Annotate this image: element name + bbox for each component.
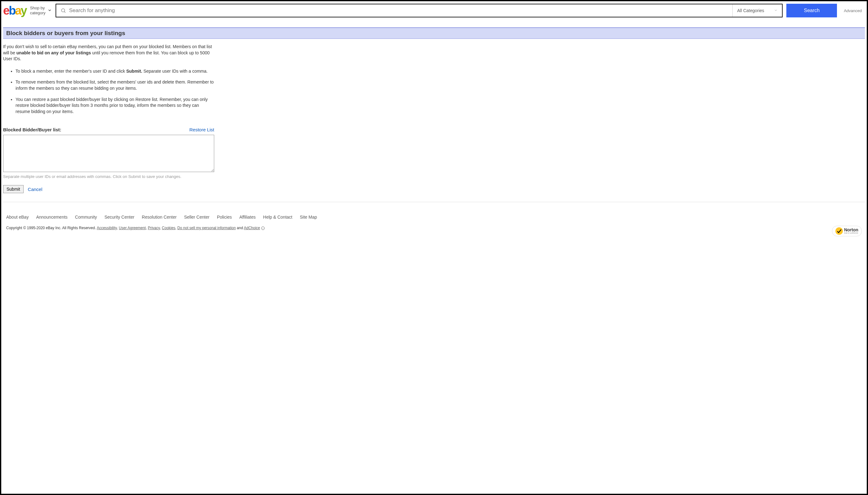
norton-brand: Norton <box>844 228 858 232</box>
copyright: Copyright © 1995-2020 eBay Inc. All Righ… <box>6 226 265 230</box>
submit-button[interactable]: Submit <box>3 185 23 193</box>
shop-by-line2: category <box>30 11 46 16</box>
footer-legal-link[interactable]: Cookies <box>162 226 175 230</box>
restore-list-link[interactable]: Restore List <box>189 127 214 132</box>
chevron-down-icon <box>774 8 778 13</box>
logo-letter-b: b <box>9 4 15 17</box>
blocked-list-hint: Separate multiple user IDs or email addr… <box>3 174 214 179</box>
svg-line-1 <box>64 12 65 13</box>
checkmark-icon <box>835 227 843 235</box>
advanced-search-link[interactable]: Advanced <box>841 8 865 13</box>
logo-letter-a: a <box>15 4 20 17</box>
instruction-item: To remove members from the blocked list,… <box>16 79 214 91</box>
footer-nav-link[interactable]: Security Center <box>104 215 134 220</box>
page-title: Block bidders or buyers from your listin… <box>6 30 862 37</box>
intro-bold: unable to bid on any of your listings <box>16 50 91 55</box>
instructions-list: To block a member, enter the member's us… <box>3 68 217 115</box>
info-icon <box>261 226 265 230</box>
intro-text: If you don't wish to sell to certain eBa… <box>3 44 217 62</box>
ebay-logo[interactable]: ebay <box>3 4 27 17</box>
bullet1-bold: Submit. <box>126 69 142 73</box>
chevron-down-icon <box>48 8 52 13</box>
blocked-list-textarea[interactable] <box>3 135 214 172</box>
footer-nav-link[interactable]: About eBay <box>6 215 29 220</box>
footer-nav-link[interactable]: Affiliates <box>239 215 256 220</box>
logo-letter-e: e <box>3 4 9 17</box>
footer-nav-link[interactable]: Community <box>75 215 97 220</box>
instruction-item: You can restore a past blocked bidder/bu… <box>16 97 214 115</box>
footer-nav-link[interactable]: Policies <box>217 215 232 220</box>
footer-legal-link[interactable]: User Agreement <box>119 226 146 230</box>
norton-secured-badge[interactable]: Norton SECURED <box>832 226 862 236</box>
norton-sub: SECURED <box>844 232 858 235</box>
footer-adchoice-link[interactable]: AdChoice <box>244 226 260 230</box>
footer-nav: About eBay Announcements Community Secur… <box>1 202 867 226</box>
cancel-link[interactable]: Cancel <box>28 187 42 192</box>
footer-legal-link[interactable]: Privacy <box>148 226 160 230</box>
footer-nav-link[interactable]: Seller Center <box>184 215 210 220</box>
category-select-label: All Categories <box>737 8 764 13</box>
footer-nav-link[interactable]: Resolution Center <box>142 215 177 220</box>
shop-by-category-dropdown[interactable]: Shop by category <box>30 5 52 15</box>
shop-by-line1: Shop by <box>30 5 46 11</box>
footer-legal-link[interactable]: Accessibility <box>97 226 117 230</box>
search-bar: All Categories <box>56 4 783 17</box>
page-title-bar: Block bidders or buyers from your listin… <box>3 27 865 39</box>
footer-legal-link[interactable]: Do not sell my personal information <box>177 226 236 230</box>
logo-letter-y: y <box>21 4 27 17</box>
search-input[interactable] <box>69 4 733 17</box>
svg-point-0 <box>62 9 65 12</box>
footer-nav-link[interactable]: Announcements <box>36 215 67 220</box>
footer-and: and <box>236 226 244 230</box>
search-icon <box>56 4 69 17</box>
bullet1-pre: To block a member, enter the member's us… <box>16 69 126 73</box>
footer-nav-link[interactable]: Site Map <box>300 215 317 220</box>
footer-nav-link[interactable]: Help & Contact <box>263 215 292 220</box>
category-select[interactable]: All Categories <box>732 4 782 17</box>
search-button[interactable]: Search <box>786 4 837 17</box>
copyright-prefix: Copyright © 1995-2020 eBay Inc. All Righ… <box>6 226 97 230</box>
bullet1-post: Separate user IDs with a comma. <box>142 69 208 73</box>
instruction-item: To block a member, enter the member's us… <box>16 68 214 74</box>
blocked-list-label: Blocked Bidder/Buyer list: <box>3 127 62 132</box>
